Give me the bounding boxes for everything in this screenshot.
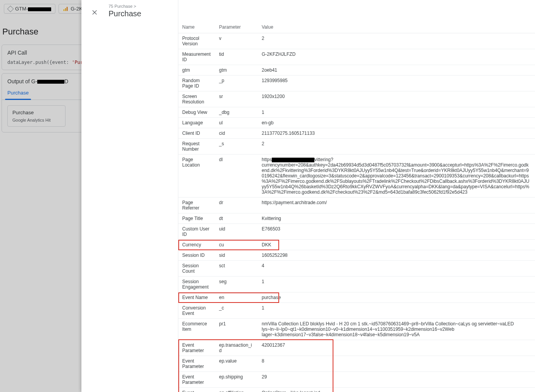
cell-name: gtm	[178, 65, 215, 76]
cell-name: Custom User ID	[178, 224, 215, 240]
table-row: Languageulen-gb	[178, 118, 535, 128]
drawer-title: Purchase	[109, 9, 142, 18]
cell-name: Client ID	[178, 128, 215, 139]
col-name: Name	[178, 21, 215, 33]
cell-param: dt	[215, 213, 258, 224]
table-row: Page Locationdlhttpsvittering?currencynu…	[178, 155, 535, 198]
cell-param: ep.value	[215, 356, 258, 372]
cell-name: Event Name	[178, 292, 215, 303]
cell-name: Page Referrer	[178, 198, 215, 213]
table-row: Conversion Event_c1	[178, 303, 535, 319]
cell-name: Event Parameter	[178, 340, 215, 356]
cell-name: Page Title	[178, 213, 215, 224]
parameters-table: Name Parameter Value Protocol Versionv2M…	[178, 21, 535, 392]
cell-value: 1605252298	[258, 250, 535, 261]
cell-param: dr	[215, 198, 258, 213]
table-row: Session Engagementseg1	[178, 277, 535, 292]
cell-value: 1293995985	[258, 76, 535, 91]
cell-value: 1	[258, 277, 535, 292]
details-drawer: 75 Purchase > Purchase Name Parameter Va…	[81, 0, 535, 392]
cell-name: Conversion Event	[178, 303, 215, 319]
table-row: Event Parameterep.value8	[178, 356, 535, 372]
drawer-right-pane: Name Parameter Value Protocol Versionv2M…	[178, 0, 535, 392]
cell-param: _c	[215, 303, 258, 319]
cell-name: Currency	[178, 240, 215, 250]
redaction-block	[272, 158, 314, 162]
cell-param: uid	[215, 224, 258, 240]
cell-name: Event Parameter	[178, 388, 215, 392]
cell-value: 29	[258, 372, 535, 388]
table-row: gtmgtm2oeb41	[178, 65, 535, 76]
cell-value: DKK	[258, 240, 535, 250]
cell-name: Session Count	[178, 261, 215, 277]
cell-param: dl	[215, 155, 258, 198]
cell-value: httpsvittering?currencynumber=208&authke…	[258, 155, 535, 198]
table-row: Event Parameterep.shipping29	[178, 372, 535, 388]
drawer-left-pane	[81, 0, 178, 392]
cell-value: E766503	[258, 224, 535, 240]
breadcrumb: 75 Purchase >	[109, 4, 142, 9]
cell-param: _s	[215, 139, 258, 155]
cell-param: v	[215, 33, 258, 49]
cell-param: sr	[215, 91, 258, 107]
cell-value: Kvittering	[258, 213, 535, 224]
cell-value: 2oeb41	[258, 65, 535, 76]
cell-value: nmVilla Collection LED bloklys Hvid - H …	[258, 319, 535, 340]
table-row: Event Nameenpurchase	[178, 292, 535, 303]
cell-name: Event Parameter	[178, 372, 215, 388]
table-row: Client IDcid2113770275.1605171133	[178, 128, 535, 139]
cell-value: OnlineStore - ikke logget ind	[258, 388, 535, 392]
table-row: Session Countsct4	[178, 261, 535, 277]
cell-param: seg	[215, 277, 258, 292]
col-param: Parameter	[215, 21, 258, 33]
cell-name: Request Number	[178, 139, 215, 155]
table-row: CurrencycuDKK	[178, 240, 535, 250]
cell-name: Session ID	[178, 250, 215, 261]
cell-param: cid	[215, 128, 258, 139]
cell-name: Language	[178, 118, 215, 128]
cell-param: cu	[215, 240, 258, 250]
cell-param: ep.affiliation	[215, 388, 258, 392]
cell-param: _dbg	[215, 107, 258, 118]
table-row: Page TitledtKvittering	[178, 213, 535, 224]
table-row: Random Page ID_p1293995985	[178, 76, 535, 91]
table-row: Request Number_s2	[178, 139, 535, 155]
cell-name: Debug View	[178, 107, 215, 118]
cell-param: en	[215, 292, 258, 303]
cell-param: ul	[215, 118, 258, 128]
close-button[interactable]	[89, 7, 100, 18]
cell-value: 8	[258, 356, 535, 372]
cell-param: ep.shipping	[215, 372, 258, 388]
cell-param: tid	[215, 49, 258, 65]
cell-value: 1920x1200	[258, 91, 535, 107]
table-row: Screen Resolutionsr1920x1200	[178, 91, 535, 107]
cell-name: Session Engagement	[178, 277, 215, 292]
cell-name: Protocol Version	[178, 33, 215, 49]
cell-value: 1	[258, 303, 535, 319]
table-row: Custom User IDuidE766503	[178, 224, 535, 240]
cell-name: Screen Resolution	[178, 91, 215, 107]
table-row: Event Parameterep.affiliationOnlineStore…	[178, 388, 535, 392]
cell-name: Measurement ID	[178, 49, 215, 65]
cell-value: 2113770275.1605171133	[258, 128, 535, 139]
table-row: Page Referrerdrhttps://payment.architrad…	[178, 198, 535, 213]
cell-param: ep.transaction_id	[215, 340, 258, 356]
table-row: Event Parameterep.transaction_id42001236…	[178, 340, 535, 356]
cell-param: _p	[215, 76, 258, 91]
cell-value: 1	[258, 107, 535, 118]
cell-param: gtm	[215, 65, 258, 76]
cell-value: G-2KFZHJLFZD	[258, 49, 535, 65]
table-row: Debug View_dbg1	[178, 107, 535, 118]
cell-param: pr1	[215, 319, 258, 340]
cell-name: Random Page ID	[178, 76, 215, 91]
cell-param: sct	[215, 261, 258, 277]
cell-value: https://payment.architrade.com/	[258, 198, 535, 213]
cell-value: 2	[258, 33, 535, 49]
cell-param: sid	[215, 250, 258, 261]
table-row: Measurement IDtidG-2KFZHJLFZD	[178, 49, 535, 65]
cell-value: purchase	[258, 292, 535, 303]
cell-name: Page Location	[178, 155, 215, 198]
cell-name: Event Parameter	[178, 356, 215, 372]
table-row: Ecommerce Itempr1nmVilla Collection LED …	[178, 319, 535, 340]
cell-name: Ecommerce Item	[178, 319, 215, 340]
